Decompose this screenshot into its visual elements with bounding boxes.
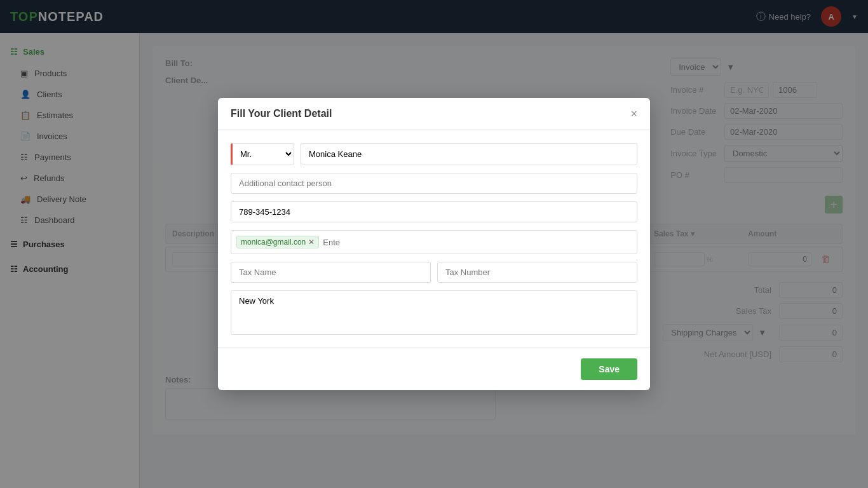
tax-number-input[interactable] bbox=[437, 262, 637, 283]
email-input[interactable] bbox=[323, 238, 632, 247]
save-button[interactable]: Save bbox=[581, 358, 637, 380]
address-textarea[interactable]: New York bbox=[231, 290, 637, 335]
tax-row bbox=[231, 262, 637, 283]
email-tag-text: monica@gmail.con bbox=[241, 238, 306, 247]
full-name-input[interactable] bbox=[301, 143, 637, 165]
modal-close-button[interactable]: × bbox=[630, 108, 637, 119]
modal-footer: Save bbox=[218, 348, 650, 390]
modal-body: Mr. Mrs. Ms. Dr. monica@gmail.con ✕ bbox=[218, 130, 650, 348]
modal-overlay: Fill Your Client Detail × Mr. Mrs. Ms. D… bbox=[0, 0, 868, 488]
address-row: New York bbox=[231, 290, 637, 335]
name-row: Mr. Mrs. Ms. Dr. bbox=[231, 143, 637, 165]
modal-title: Fill Your Client Detail bbox=[231, 108, 332, 119]
tax-name-input[interactable] bbox=[231, 262, 431, 283]
phone-row bbox=[231, 201, 637, 222]
modal-header: Fill Your Client Detail × bbox=[218, 98, 650, 130]
phone-input[interactable] bbox=[231, 201, 637, 222]
additional-contact-row bbox=[231, 173, 637, 194]
additional-contact-input[interactable] bbox=[231, 173, 637, 194]
email-tag: monica@gmail.con ✕ bbox=[236, 236, 319, 248]
fill-client-detail-modal: Fill Your Client Detail × Mr. Mrs. Ms. D… bbox=[218, 98, 650, 390]
email-tags-row[interactable]: monica@gmail.con ✕ bbox=[231, 230, 637, 254]
title-select[interactable]: Mr. Mrs. Ms. Dr. bbox=[231, 143, 294, 165]
email-tag-remove[interactable]: ✕ bbox=[308, 238, 315, 246]
